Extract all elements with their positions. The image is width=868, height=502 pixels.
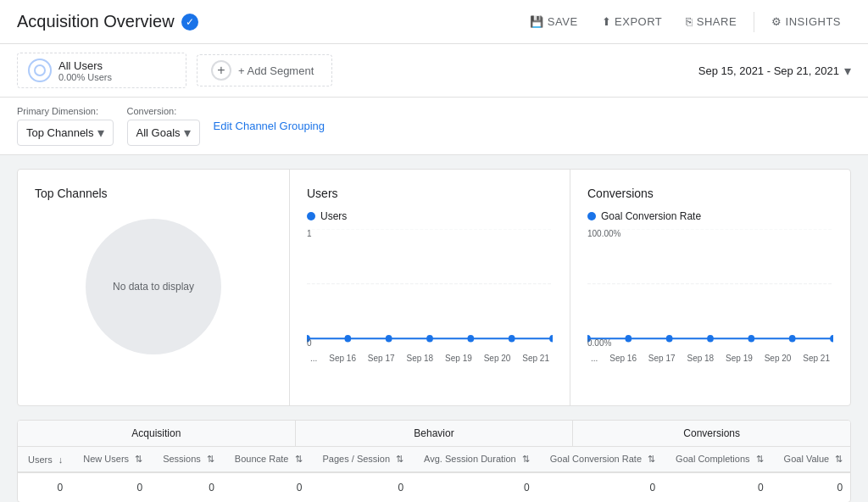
segment-pct: 0.00% Users (58, 72, 112, 82)
primary-dimension-value: Top Channels (26, 126, 94, 139)
users-y-top: 1 (307, 229, 312, 238)
insights-button[interactable]: ⚙ Insights (761, 10, 851, 33)
svg-point-18 (789, 335, 796, 343)
col-users[interactable]: Users ↓ (18, 447, 73, 472)
acquisition-group-header: Acquisition (18, 421, 296, 446)
users-legend: Users (307, 210, 553, 222)
conversion-select[interactable]: All Goals ▾ (127, 120, 200, 146)
top-channels-panel: Top Channels No data to display (18, 170, 289, 405)
date-range-picker[interactable]: Sep 15, 2021 - Sep 21, 2021 ▾ (698, 63, 851, 79)
conversions-legend: Goal Conversion Rate (587, 210, 833, 222)
conversions-chart-panel: Conversions Goal Conversion Rate 100.00% (570, 170, 850, 405)
header: Acquisition Overview ✓ 💾 Save ⬆ Export ⎘… (0, 0, 868, 44)
cell-goal-value: 0 (774, 472, 851, 502)
add-segment-label: + Add Segment (238, 64, 314, 77)
primary-dimension-select[interactable]: Top Channels ▾ (17, 120, 114, 146)
filters-bar: Primary Dimension: Top Channels ▾ Conver… (0, 98, 868, 155)
conversion-chevron-icon: ▾ (184, 125, 191, 141)
segment-bar: All Users 0.00% Users + + Add Segment Se… (0, 44, 868, 98)
conversion-group: Conversion: All Goals ▾ (127, 106, 200, 146)
svg-point-7 (467, 335, 474, 343)
add-segment-button[interactable]: + + Add Segment (197, 54, 332, 86)
conversions-line-chart: 100.00% 0.00% ... Sep 16 (587, 229, 833, 365)
conversions-chart-svg (587, 229, 833, 348)
sort-pages-session-icon: ⇅ (396, 454, 403, 464)
svg-point-19 (830, 335, 833, 343)
users-legend-dot (307, 212, 315, 220)
sort-goal-conv-rate-icon: ⇅ (648, 454, 655, 464)
users-y-bottom: 0 (307, 338, 312, 348)
sort-users-icon: ↓ (58, 455, 64, 465)
svg-point-8 (509, 335, 515, 343)
users-chart-svg (307, 229, 553, 348)
cell-goal-conv-rate: 0 (540, 472, 665, 502)
cell-avg-duration: 0 (414, 472, 540, 502)
col-avg-duration[interactable]: Avg. Session Duration ⇅ (414, 447, 540, 472)
svg-point-14 (625, 335, 632, 343)
svg-point-6 (426, 335, 433, 343)
svg-point-9 (549, 335, 553, 343)
conversions-x-labels: ... Sep 16 Sep 17 Sep 18 Sep 19 Sep 20 S… (587, 354, 833, 363)
table-group-headers: Acquisition Behavior Conversions (18, 421, 850, 447)
sort-sessions-icon: ⇅ (207, 454, 214, 464)
all-users-segment[interactable]: All Users 0.00% Users (17, 53, 186, 88)
verified-icon: ✓ (181, 14, 198, 31)
col-bounce-rate[interactable]: Bounce Rate ⇅ (225, 447, 313, 472)
header-actions: 💾 Save ⬆ Export ⎘ Share ⚙ Insights (520, 10, 851, 33)
sort-new-users-icon: ⇅ (135, 454, 142, 464)
sort-goal-value-icon: ⇅ (835, 454, 843, 464)
svg-point-4 (344, 335, 351, 343)
donut-no-data: No data to display (86, 219, 221, 354)
users-line-chart: 1 0 ... Sep 16 (307, 229, 553, 365)
users-chart-panel: Users Users 1 (289, 170, 570, 405)
segment-name: All Users (58, 59, 112, 72)
sort-bounce-rate-icon: ⇅ (295, 454, 303, 464)
conversions-group-header: Conversions (573, 421, 850, 446)
svg-point-5 (386, 335, 392, 343)
main-content: Top Channels No data to display Users Us… (0, 155, 868, 502)
conversion-value: All Goals (136, 126, 181, 139)
col-goal-conversion-rate[interactable]: Goal Conversion Rate ⇅ (540, 447, 665, 472)
save-icon: 💾 (530, 15, 544, 28)
col-sessions[interactable]: Sessions ⇅ (153, 447, 225, 472)
export-icon: ⬆ (602, 15, 612, 28)
cell-bounce-rate: 0 (225, 472, 313, 502)
col-goal-completions[interactable]: Goal Completions ⇅ (665, 447, 774, 472)
sort-goal-completions-icon: ⇅ (756, 454, 764, 464)
users-x-labels: ... Sep 16 Sep 17 Sep 18 Sep 19 Sep 20 S… (307, 354, 553, 363)
share-icon: ⎘ (686, 15, 693, 28)
conversions-legend-label: Goal Conversion Rate (601, 210, 701, 222)
segment-left: All Users 0.00% Users + + Add Segment (17, 53, 332, 88)
table-header-row: Users ↓ New Users ⇅ Sessions ⇅ Bounce Ra… (18, 447, 851, 472)
table-row: 0 0 0 0 0 0 0 0 0 (18, 472, 851, 502)
conversions-legend-dot (587, 212, 596, 220)
svg-point-17 (748, 335, 754, 343)
primary-dimension-group: Primary Dimension: Top Channels ▾ (17, 106, 114, 146)
col-goal-value[interactable]: Goal Value ⇅ (774, 447, 851, 472)
primary-dimension-label: Primary Dimension: (17, 106, 114, 116)
col-new-users[interactable]: New Users ⇅ (73, 447, 153, 472)
users-chart-title: Users (307, 187, 553, 200)
segment-info: All Users 0.00% Users (58, 59, 112, 82)
charts-section: Top Channels No data to display Users Us… (17, 169, 851, 406)
header-divider (754, 12, 754, 32)
cell-pages-session: 0 (313, 472, 415, 502)
data-table: Users ↓ New Users ⇅ Sessions ⇅ Bounce Ra… (18, 447, 851, 502)
cell-users: 0 (18, 472, 73, 502)
export-button[interactable]: ⬆ Export (592, 10, 673, 33)
date-range-text: Sep 15, 2021 - Sep 21, 2021 (698, 64, 839, 77)
conversions-y-bottom: 0.00% (587, 338, 611, 348)
share-button[interactable]: ⎘ Share (676, 10, 747, 33)
col-pages-session[interactable]: Pages / Session ⇅ (313, 447, 415, 472)
segment-icon (28, 59, 52, 82)
cell-goal-completions: 0 (665, 472, 774, 502)
users-legend-label: Users (320, 210, 347, 222)
date-range-arrow-icon: ▾ (844, 63, 851, 79)
svg-point-16 (707, 335, 714, 343)
edit-channel-grouping-link[interactable]: Edit Channel Grouping (214, 120, 326, 132)
save-button[interactable]: 💾 Save (520, 10, 587, 33)
conversions-chart-title: Conversions (587, 187, 833, 200)
top-channels-title: Top Channels (35, 187, 272, 200)
donut-container: No data to display (35, 210, 272, 363)
insights-icon: ⚙ (771, 15, 782, 28)
